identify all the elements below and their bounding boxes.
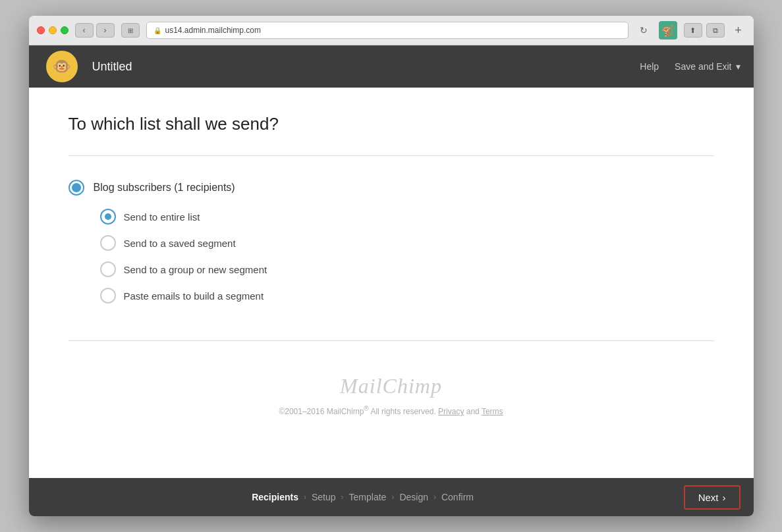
sub-option-paste[interactable]: Paste emails to build a segment <box>100 288 714 304</box>
step-confirm: Confirm <box>441 492 474 502</box>
chevron-4: › <box>433 492 436 502</box>
step-recipients: Recipients <box>252 492 298 502</box>
sub-radio-dot-entire <box>105 213 111 220</box>
terms-link[interactable]: Terms <box>482 407 503 416</box>
chevron-2: › <box>341 492 344 502</box>
step-design: Design <box>399 492 428 502</box>
branding-footer: MailChimp ©2001–2016 MailChimp® All righ… <box>69 354 714 429</box>
address-bar[interactable]: 🔒 us14.admin.mailchimp.com <box>146 22 628 39</box>
sub-label-entire: Send to entire list <box>124 211 200 223</box>
next-chevron: › <box>723 492 726 503</box>
minimize-button[interactable] <box>49 26 57 34</box>
list-options: Blog subscribers (1 recipients) Send to … <box>69 169 714 327</box>
chevron-3: › <box>391 492 394 502</box>
sub-option-entire[interactable]: Send to entire list <box>100 209 714 225</box>
extension-button[interactable]: 🐒 <box>659 21 677 40</box>
chevron-1: › <box>304 492 306 502</box>
sub-radio-group[interactable] <box>100 261 116 277</box>
main-content: To which list shall we send? Blog subscr… <box>29 88 754 478</box>
next-label: Next <box>698 492 719 503</box>
save-exit-chevron: ▾ <box>736 61 740 72</box>
mailchimp-wordmark: MailChimp <box>69 374 714 398</box>
nav-buttons: ‹ › <box>75 23 115 38</box>
share-button[interactable]: ⬆ <box>684 23 702 38</box>
campaign-title: Untitled <box>92 60 640 74</box>
sub-radio-paste[interactable] <box>100 288 116 304</box>
steps-nav: Recipients › Setup › Template › Design ›… <box>42 492 684 502</box>
next-button[interactable]: Next › <box>684 485 740 510</box>
new-tab-button[interactable]: + <box>731 23 746 38</box>
main-list-radio[interactable]: Blog subscribers (1 recipients) <box>69 180 714 196</box>
reader-button[interactable]: ⊞ <box>121 23 140 38</box>
top-divider <box>69 155 714 156</box>
save-exit-label: Save and Exit <box>675 61 731 72</box>
lock-icon: 🔒 <box>154 27 161 34</box>
sub-radio-entire[interactable] <box>100 209 116 225</box>
step-label-setup[interactable]: Setup <box>312 492 336 502</box>
step-template: Template <box>349 492 387 502</box>
back-button[interactable]: ‹ <box>75 23 94 38</box>
logo-area: 🐵 <box>42 47 82 86</box>
main-radio-button[interactable] <box>69 180 84 196</box>
browser-chrome: ‹ › ⊞ 🔒 us14.admin.mailchimp.com ↻ 🐒 ⬆ ⧉… <box>29 16 754 45</box>
privacy-link[interactable]: Privacy <box>438 407 464 416</box>
traffic-lights <box>37 26 69 34</box>
sub-radio-saved[interactable] <box>100 235 116 251</box>
browser-actions: ⬆ ⧉ <box>684 23 725 38</box>
mailchimp-logo-icon: 🐵 <box>46 51 78 82</box>
sub-option-group[interactable]: Send to a group or new segment <box>100 261 714 277</box>
bottom-divider <box>69 340 714 341</box>
copyright-text: ©2001–2016 MailChimp® All rights reserve… <box>69 405 714 416</box>
close-button[interactable] <box>37 26 45 34</box>
app-header: 🐵 Untitled Help Save and Exit ▾ <box>29 45 754 88</box>
radio-selected-dot <box>72 183 81 192</box>
page-heading: To which list shall we send? <box>69 114 714 134</box>
address-text: us14.admin.mailchimp.com <box>165 26 261 35</box>
sub-label-paste: Paste emails to build a segment <box>124 290 264 302</box>
refresh-button[interactable]: ↻ <box>635 23 652 38</box>
sub-label-saved: Send to a saved segment <box>124 238 236 249</box>
sub-options: Send to entire list Send to a saved segm… <box>100 209 714 304</box>
help-link[interactable]: Help <box>640 61 659 72</box>
save-exit-button[interactable]: Save and Exit ▾ <box>675 61 740 72</box>
forward-button[interactable]: › <box>96 23 115 38</box>
maximize-button[interactable] <box>61 26 69 34</box>
step-label-confirm[interactable]: Confirm <box>441 492 474 502</box>
step-label-template[interactable]: Template <box>349 492 387 502</box>
sub-option-saved[interactable]: Send to a saved segment <box>100 235 714 251</box>
step-label-design[interactable]: Design <box>399 492 428 502</box>
bottom-nav: Recipients › Setup › Template › Design ›… <box>29 478 754 516</box>
step-label-recipients[interactable]: Recipients <box>252 492 298 502</box>
split-button[interactable]: ⧉ <box>706 23 725 38</box>
main-list-label: Blog subscribers (1 recipients) <box>94 182 235 194</box>
header-actions: Help Save and Exit ▾ <box>640 61 740 72</box>
sub-label-group: Send to a group or new segment <box>124 264 267 275</box>
step-setup: Setup <box>312 492 336 502</box>
browser-window: ‹ › ⊞ 🔒 us14.admin.mailchimp.com ↻ 🐒 ⬆ ⧉… <box>29 16 754 516</box>
